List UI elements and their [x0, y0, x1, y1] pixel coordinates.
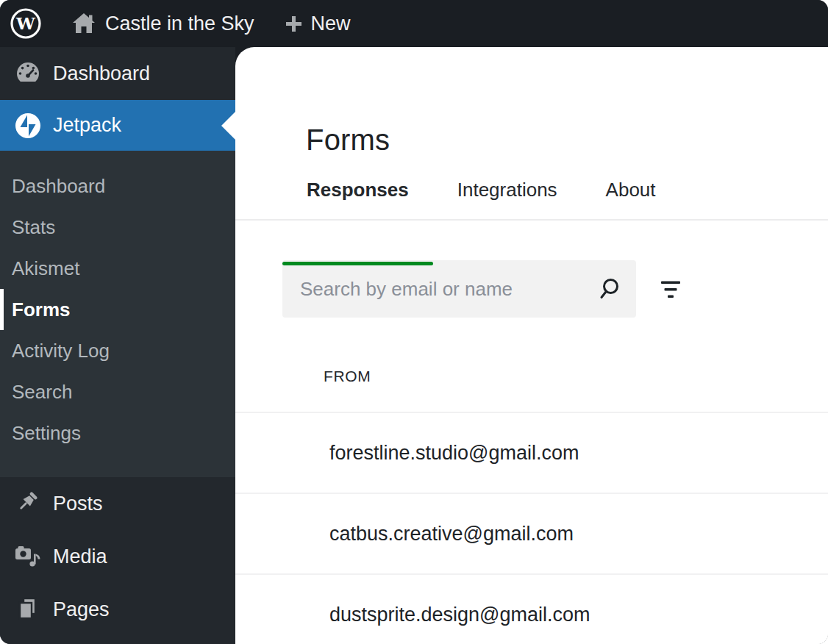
submenu-item-settings[interactable]: Settings: [0, 412, 235, 454]
sidebar-item-jetpack[interactable]: Jetpack: [0, 100, 235, 151]
tab-bar-divider: [235, 219, 828, 221]
admin-sidebar: Dashboard Jetpack Dashboard Stats Akisme…: [0, 47, 235, 644]
new-content-button[interactable]: New: [284, 12, 351, 35]
sidebar-item-label: Media: [53, 545, 107, 568]
jetpack-submenu: Dashboard Stats Akismet Forms Activity L…: [0, 151, 235, 477]
new-label: New: [311, 12, 351, 35]
sidebar-item-label: Posts: [53, 493, 103, 515]
forms-content-panel: Forms Responses Integrations About FR: [235, 47, 828, 644]
submenu-item-forms[interactable]: Forms: [0, 289, 235, 330]
jetpack-icon: [13, 112, 43, 140]
filter-button[interactable]: [652, 270, 690, 308]
search-input[interactable]: [282, 260, 596, 318]
active-menu-arrow: [221, 112, 235, 140]
response-row[interactable]: dustsprite.design@gmail.com: [235, 575, 828, 644]
media-icon: [13, 544, 43, 569]
tab-responses[interactable]: Responses: [282, 168, 433, 212]
pushpin-icon: [13, 490, 43, 517]
submenu-item-akismet[interactable]: Akismet: [0, 248, 235, 289]
submenu-item-dashboard[interactable]: Dashboard: [0, 165, 235, 207]
wordpress-admin-window: W Castle in the Sky New: [0, 0, 828, 644]
tab-integrations[interactable]: Integrations: [433, 168, 582, 212]
responses-table: forestline.studio@gmail.com catbus.creat…: [235, 412, 828, 644]
submenu-item-stats[interactable]: Stats: [0, 207, 235, 248]
pages-icon: [13, 596, 43, 623]
page-title: Forms: [306, 124, 390, 157]
wordpress-logo-icon[interactable]: W: [10, 7, 42, 40]
sidebar-item-pages[interactable]: Pages: [0, 583, 235, 636]
site-name-link[interactable]: Castle in the Sky: [105, 12, 254, 35]
search-icon[interactable]: [596, 276, 621, 302]
sidebar-item-dashboard[interactable]: Dashboard: [0, 47, 235, 100]
submenu-item-search[interactable]: Search: [0, 371, 235, 412]
tab-bar: Responses Integrations About: [282, 168, 680, 212]
sidebar-item-label: Pages: [53, 598, 110, 621]
home-icon[interactable]: [71, 12, 96, 35]
sidebar-item-media[interactable]: Media: [0, 530, 235, 583]
dashboard-gauge-icon: [13, 60, 43, 87]
filter-icon: [660, 279, 682, 299]
response-row[interactable]: catbus.creative@gmail.com: [235, 494, 828, 575]
sidebar-item-label: Dashboard: [53, 62, 150, 85]
admin-bar: W Castle in the Sky New: [0, 0, 828, 47]
submenu-item-activity-log[interactable]: Activity Log: [0, 330, 235, 371]
svg-text:W: W: [15, 13, 36, 33]
column-header-from: FROM: [324, 368, 371, 385]
response-row[interactable]: forestline.studio@gmail.com: [235, 413, 828, 494]
sidebar-item-label: Jetpack: [53, 114, 121, 137]
search-box: [282, 260, 636, 318]
tab-about[interactable]: About: [582, 168, 680, 212]
sidebar-item-posts[interactable]: Posts: [0, 477, 235, 530]
plus-icon: [284, 14, 304, 34]
